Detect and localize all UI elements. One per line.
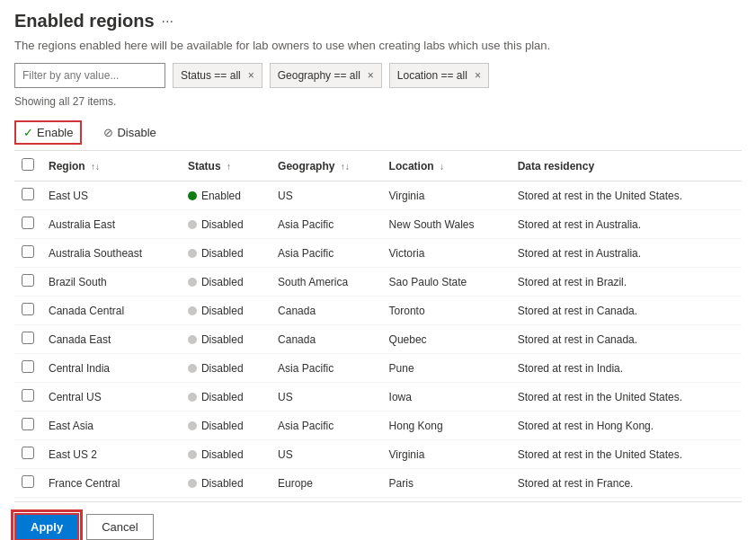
location-filter-close[interactable]: × (475, 69, 481, 82)
region-cell: East Asia (41, 412, 181, 440)
footer: Apply Cancel (14, 501, 742, 540)
disable-icon: ⊘ (103, 126, 113, 139)
location-sort-icon[interactable]: ↓ (440, 162, 444, 172)
enable-button[interactable]: ✓ Enable (14, 120, 82, 145)
row-checkbox[interactable] (22, 418, 34, 430)
row-checkbox[interactable] (22, 245, 34, 258)
row-checkbox-cell[interactable] (14, 440, 41, 469)
row-checkbox[interactable] (22, 274, 34, 287)
status-cell: Disabled (181, 325, 271, 354)
select-all-checkbox[interactable] (22, 158, 34, 171)
region-cell: Brazil South (41, 268, 181, 297)
table-row: Central India Disabled Asia Pacific Pune… (14, 354, 742, 383)
status-dot-icon (188, 220, 197, 229)
region-sort-icon[interactable]: ↑↓ (91, 162, 100, 172)
row-checkbox[interactable] (22, 447, 34, 459)
status-cell: Enabled (181, 181, 271, 210)
more-options-icon[interactable]: ··· (162, 13, 173, 30)
table-row: France Central Disabled Europe Paris Sto… (14, 469, 742, 498)
residency-cell: Stored at rest in Canada. (511, 325, 742, 354)
region-cell: East US 2 (41, 440, 181, 469)
table-row: Canada Central Disabled Canada Toronto S… (14, 297, 742, 325)
table-row: Canada East Disabled Canada Quebec Store… (14, 325, 742, 354)
status-dot-icon (188, 364, 197, 373)
cancel-button[interactable]: Cancel (86, 514, 153, 540)
residency-cell: Stored at rest in the United States. (511, 383, 742, 412)
row-checkbox[interactable] (22, 188, 34, 200)
status-dot-icon (188, 421, 197, 430)
table-header: Region ↑↓ Status ↑ Geography ↑↓ Location… (14, 151, 742, 181)
disable-label: Disable (117, 126, 156, 139)
row-checkbox[interactable] (22, 303, 34, 315)
row-checkbox-cell[interactable] (14, 383, 41, 412)
row-checkbox-cell[interactable] (14, 268, 41, 297)
region-cell: Australia Southeast (41, 239, 181, 268)
row-checkbox[interactable] (22, 475, 34, 488)
row-checkbox[interactable] (22, 217, 34, 229)
geography-cell: Asia Pacific (271, 239, 381, 268)
row-checkbox-cell[interactable] (14, 239, 41, 268)
location-cell: Iowa (382, 383, 511, 412)
row-checkbox-cell[interactable] (14, 354, 41, 383)
region-cell: Australia East (41, 210, 181, 239)
status-filter-chip[interactable]: Status == all × (173, 63, 262, 88)
row-checkbox[interactable] (22, 332, 34, 344)
status-dot-icon (188, 479, 197, 488)
residency-cell: Stored at rest in the United States. (511, 181, 742, 210)
select-all-col[interactable] (14, 151, 41, 181)
status-cell: Disabled (181, 239, 271, 268)
location-cell: Paris (382, 469, 511, 498)
status-filter-close[interactable]: × (248, 69, 254, 82)
row-checkbox-cell[interactable] (14, 181, 41, 210)
table-row: East US Enabled US Virginia Stored at re… (14, 181, 742, 210)
geography-filter-label: Geography == all (278, 69, 360, 82)
geography-cell: Asia Pacific (271, 210, 381, 239)
geography-filter-chip[interactable]: Geography == all × (270, 63, 382, 88)
geography-cell: US (271, 440, 381, 469)
status-cell: Disabled (181, 268, 271, 297)
geography-col-header: Geography ↑↓ (271, 151, 381, 181)
region-col-header: Region ↑↓ (41, 151, 181, 181)
region-cell: Canada Central (41, 297, 181, 325)
geography-cell: Asia Pacific (271, 354, 381, 383)
row-checkbox-cell[interactable] (14, 297, 41, 325)
region-cell: Canada East (41, 325, 181, 354)
geography-cell: Asia Pacific (271, 412, 381, 440)
status-dot-icon (188, 191, 197, 200)
table-body: East US Enabled US Virginia Stored at re… (14, 181, 742, 498)
residency-cell: Stored at rest in India. (511, 354, 742, 383)
table-row: East Asia Disabled Asia Pacific Hong Kon… (14, 412, 742, 440)
status-dot-icon (188, 335, 197, 344)
status-sort-icon[interactable]: ↑ (227, 162, 231, 172)
row-checkbox-cell[interactable] (14, 210, 41, 239)
row-checkbox[interactable] (22, 360, 34, 373)
status-dot-icon (188, 278, 197, 287)
filter-input[interactable] (14, 63, 165, 88)
status-col-header: Status ↑ (181, 151, 271, 181)
location-cell: Quebec (382, 325, 511, 354)
residency-cell: Stored at rest in Hong Kong. (511, 412, 742, 440)
disable-button[interactable]: ⊘ Disable (96, 122, 163, 143)
residency-cell: Stored at rest in France. (511, 469, 742, 498)
apply-button[interactable]: Apply (14, 513, 79, 540)
showing-count: Showing all 27 items. (14, 95, 742, 108)
status-cell: Disabled (181, 383, 271, 412)
row-checkbox-cell[interactable] (14, 469, 41, 498)
location-col-header: Location ↓ (382, 151, 511, 181)
geography-cell: US (271, 181, 381, 210)
residency-cell: Stored at rest in Australia. (511, 239, 742, 268)
page-header: Enabled regions ··· (14, 11, 742, 31)
row-checkbox-cell[interactable] (14, 325, 41, 354)
location-filter-chip[interactable]: Location == all × (389, 63, 489, 88)
row-checkbox-cell[interactable] (14, 412, 41, 440)
region-cell: Central India (41, 354, 181, 383)
residency-cell: Stored at rest in the United States. (511, 440, 742, 469)
geography-filter-close[interactable]: × (368, 69, 374, 82)
location-cell: Sao Paulo State (382, 268, 511, 297)
geography-sort-icon[interactable]: ↑↓ (341, 162, 350, 172)
region-cell: East US (41, 181, 181, 210)
status-cell: Disabled (181, 440, 271, 469)
filter-bar: Status == all × Geography == all × Locat… (14, 63, 742, 88)
row-checkbox[interactable] (22, 389, 34, 402)
residency-col-header: Data residency (511, 151, 742, 181)
